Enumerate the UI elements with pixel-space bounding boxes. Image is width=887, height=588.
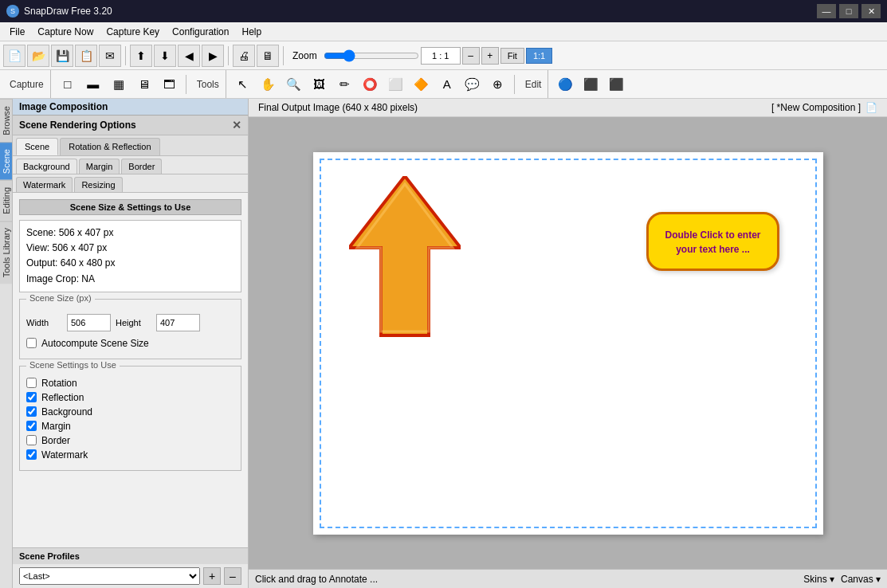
tool-ellipse[interactable]: ⭕ [359,73,383,96]
tool-image[interactable]: 🖼 [308,73,332,96]
watermark-checkbox[interactable] [26,449,37,460]
toolbar-tools: Capture □ ▬ ▦ 🖥 🗔 Tools ↖ ✋ 🔍 🖼 ✏ ⭕ ⬜ 🔶 … [0,70,887,99]
vertical-tabs: Browse Scene Editing Tools Library [0,99,13,588]
close-button[interactable]: ✕ [861,4,881,18]
tool-select[interactable]: ↖ [231,73,255,96]
menu-configuration[interactable]: Configuration [166,25,235,39]
reflection-label: Reflection [41,392,84,403]
capture-strip[interactable]: ▬ [81,73,105,96]
check-reflection: Reflection [26,392,234,403]
autocompute-checkbox[interactable] [26,338,37,348]
margin-checkbox[interactable] [26,421,37,431]
bubble-text-line2: your text here ... [676,244,750,255]
print-button[interactable]: 🖨 [233,45,255,67]
height-input[interactable] [156,314,200,331]
panel-body: Scene Size & Settings to Use Scene: 506 … [13,193,248,547]
down-button[interactable]: ⬇ [154,45,176,67]
menu-capture-key[interactable]: Capture Key [100,25,166,39]
background-label: Background [41,406,92,417]
canvas-workspace[interactable]: Double Click to enter your text here ... [249,117,887,569]
watermark-label: Watermark [41,449,88,461]
background-checkbox[interactable] [26,406,37,417]
vtab-scene[interactable]: Scene [0,142,12,180]
tool-text[interactable]: A [435,73,459,96]
vtab-tools-library[interactable]: Tools Library [0,221,12,284]
tool-callout[interactable]: 💬 [461,73,485,96]
border-checkbox[interactable] [26,435,37,445]
scene-settings-legend: Scene Settings to Use [26,360,120,370]
tools-label: Tools [190,70,226,98]
text-bubble[interactable]: Double Click to enter your text here ... [646,212,779,271]
screen-button[interactable]: 🖥 [257,45,279,67]
new-button[interactable]: 📄 [3,45,26,67]
arrow-shape[interactable] [349,176,461,343]
tool-pen[interactable]: ✏ [333,73,357,96]
capture-window[interactable]: 🗔 [158,73,182,96]
composition-label: [ *New Composition ] [771,102,861,113]
capture-region[interactable]: ▦ [107,73,131,96]
tool-rect[interactable]: ⬜ [384,73,408,96]
tab-margin[interactable]: Margin [79,159,120,174]
window-controls[interactable]: — □ ✕ [817,4,881,18]
open-button[interactable]: 📂 [27,45,49,67]
canvas-header: Final Output Image (640 x 480 pixels) [ … [249,99,887,117]
panel-close-button[interactable]: ✕ [232,119,241,131]
canvas-inner[interactable]: Double Click to enter your text here ... [313,152,823,535]
separator4 [186,75,186,94]
check-rotation: Rotation [26,378,234,389]
check-border: Border [26,435,234,446]
minimize-button[interactable]: — [817,4,836,18]
bubble-text-line1: Double Click to enter [665,229,760,241]
scene-info-scene: Scene: 506 x 407 px [26,225,234,241]
title-bar: S SnapDraw Free 3.20 — □ ✕ [0,0,887,22]
up-button[interactable]: ⬆ [130,45,152,67]
reflection-checkbox[interactable] [26,392,37,402]
tab-watermark[interactable]: Watermark [16,177,73,192]
width-input[interactable] [67,314,111,331]
zoom-plus[interactable]: + [481,47,499,65]
scene-info-output: Output: 640 x 480 px [26,256,234,271]
profile-add-button[interactable]: + [203,567,221,585]
prev-button[interactable]: ◀ [178,45,200,67]
maximize-button[interactable]: □ [839,4,858,18]
tab-rotation-reflection[interactable]: Rotation & Reflection [60,138,159,155]
tool-zoom[interactable]: 🔍 [282,73,306,96]
vtab-browse[interactable]: Browse [0,99,12,142]
zoom-slider[interactable] [324,49,419,63]
canvas-area: Final Output Image (640 x 480 pixels) [ … [249,99,887,588]
capture-screen[interactable]: 🖥 [132,73,156,96]
tool-polygon[interactable]: 🔶 [410,73,434,96]
skins-button[interactable]: Skins ▾ [803,574,834,585]
app-icon: S [6,5,19,18]
tab-resizing[interactable]: Resizing [74,177,122,192]
zoom-minus[interactable]: – [462,47,480,65]
zoom-fit[interactable]: Fit [500,48,524,64]
tab-scene[interactable]: Scene [16,138,58,155]
copy-button[interactable]: 📋 [75,45,97,67]
menu-help[interactable]: Help [235,25,268,39]
new-composition-icon[interactable]: 📄 [865,102,877,113]
edit-color1[interactable]: 🔵 [553,73,577,96]
panel-sub-tabs: Background Margin Border [13,156,248,174]
main-area: Browse Scene Editing Tools Library Image… [0,99,887,588]
menu-capture-now[interactable]: Capture Now [31,25,100,39]
menu-file[interactable]: File [3,25,31,39]
rotation-checkbox[interactable] [26,378,37,388]
capture-rect[interactable]: □ [56,73,80,96]
canvas-button[interactable]: Canvas ▾ [841,574,881,585]
edit-dark1[interactable]: ⬛ [579,73,602,96]
tab-border[interactable]: Border [121,159,162,174]
tab-background[interactable]: Background [16,159,77,174]
zoom-ratio[interactable]: 1 : 1 [421,47,461,65]
tool-crosshair[interactable]: ⊕ [486,73,510,96]
tool-pan[interactable]: ✋ [257,73,281,96]
profiles-select[interactable]: <Last> [19,567,200,585]
zoom-11[interactable]: 1:1 [526,48,552,64]
vtab-editing[interactable]: Editing [0,180,12,221]
edit-dark2[interactable]: ⬛ [604,73,628,96]
email-button[interactable]: ✉ [99,45,121,67]
save-button[interactable]: 💾 [51,45,73,67]
next-button[interactable]: ▶ [202,45,224,67]
svg-marker-0 [349,176,461,335]
profile-remove-button[interactable]: – [224,567,241,585]
